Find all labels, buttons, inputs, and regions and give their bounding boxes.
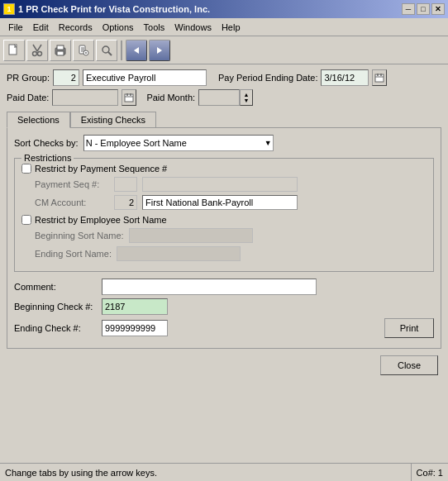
end-check-label: Ending Check #:	[14, 323, 97, 333]
status-message: Change tabs by using the arrow keys.	[5, 468, 157, 478]
begin-sort-row: Beginning Sort Name:	[35, 228, 427, 243]
begin-sort-label: Beginning Sort Name:	[35, 231, 124, 240]
paid-date-label: Paid Date:	[7, 93, 49, 102]
end-check-row: Ending Check #: Print	[14, 318, 434, 338]
end-check-field[interactable]	[102, 320, 168, 336]
sort-by-select[interactable]: N - Employee Sort Name A - Account C - C…	[83, 135, 274, 151]
paid-month-field[interactable]	[198, 89, 240, 106]
svg-line-3	[33, 45, 37, 51]
cm-account-name-field[interactable]	[142, 195, 298, 210]
paid-month-spinner[interactable]: ▲ ▼	[240, 89, 253, 106]
menu-options[interactable]: Options	[98, 21, 139, 34]
toolbar-find-btn[interactable]	[96, 40, 117, 61]
toolbar-separator	[121, 40, 122, 60]
svg-marker-18	[157, 47, 162, 54]
title-bar-controls: ─ □ ✕	[402, 3, 445, 15]
close-row: Close	[7, 355, 441, 375]
menu-records[interactable]: Records	[54, 21, 98, 34]
comment-row: Comment:	[14, 279, 434, 295]
paid-date-row: Paid Date: Paid Month: ▲ ▼	[7, 89, 441, 106]
begin-check-row: Beginning Check #:	[14, 298, 434, 315]
sort-by-row: Sort Checks by: N - Employee Sort Name A…	[14, 135, 434, 151]
tab-bar: Selections Existing Checks	[7, 111, 441, 127]
restrictions-group: Restrictions Restrict by Payment Sequenc…	[14, 158, 434, 272]
comment-label: Comment:	[14, 282, 97, 292]
end-sort-row: Ending Sort Name:	[35, 246, 427, 261]
toolbar-attach-btn[interactable]	[73, 40, 94, 61]
svg-line-4	[37, 45, 41, 51]
comment-field[interactable]	[102, 279, 317, 295]
status-co-num: Co#: 1	[411, 464, 443, 481]
sort-by-label: Sort Checks by:	[14, 138, 79, 148]
end-sort-label: Ending Sort Name:	[35, 249, 112, 259]
cm-account-row: CM Account:	[35, 195, 427, 210]
toolbar-forward-btn[interactable]	[149, 40, 170, 61]
paid-date-calendar-btn[interactable]	[122, 89, 136, 106]
svg-rect-6	[57, 45, 64, 50]
pay-period-label: Pay Period Ending Date:	[218, 73, 317, 83]
tab-selections-content: Sort Checks by: N - Employee Sort Name A…	[7, 127, 441, 349]
main-content: PR Group: Pay Period Ending Date: Paid D…	[0, 64, 448, 380]
title-bar-left: 1 1 PR Check Print for Vista Constructio…	[3, 3, 210, 15]
pay-period-calendar-btn[interactable]	[372, 69, 387, 86]
close-button[interactable]: Close	[380, 355, 438, 375]
payment-seq-label: Payment Seq #:	[35, 179, 109, 189]
pr-group-label: PR Group:	[7, 73, 50, 83]
begin-sort-field[interactable]	[129, 228, 253, 243]
status-bar: Change tabs by using the arrow keys. Co#…	[0, 463, 448, 481]
begin-check-field[interactable]	[102, 298, 168, 315]
menu-file[interactable]: File	[3, 21, 28, 34]
menu-edit[interactable]: Edit	[28, 21, 54, 34]
main-window: 1 1 PR Check Print for Vista Constructio…	[0, 0, 448, 481]
menu-tools[interactable]: Tools	[139, 21, 170, 34]
svg-point-15	[102, 46, 109, 53]
print-button[interactable]: Print	[384, 318, 434, 338]
restrictions-group-title: Restrictions	[21, 153, 74, 163]
begin-check-label: Beginning Check #:	[14, 302, 97, 312]
payment-seq-row: Payment Seq #:	[35, 177, 427, 192]
svg-point-2	[38, 51, 42, 55]
svg-rect-23	[125, 94, 133, 102]
menu-bar: File Edit Records Options Tools Windows …	[0, 18, 448, 36]
menu-windows[interactable]: Windows	[169, 21, 217, 34]
svg-point-1	[33, 51, 37, 55]
toolbar-print-btn[interactable]	[50, 40, 71, 61]
paid-month-label: Paid Month:	[146, 93, 195, 102]
pay-period-date-field[interactable]	[321, 69, 369, 86]
toolbar	[0, 36, 448, 64]
sort-select-wrapper: N - Employee Sort Name A - Account C - C…	[83, 135, 274, 151]
cm-account-num-field[interactable]	[114, 195, 137, 210]
pr-group-num-field[interactable]	[53, 69, 79, 86]
minimize-button[interactable]: ─	[402, 3, 415, 15]
toolbar-new-btn[interactable]	[3, 40, 25, 61]
maximize-button[interactable]: □	[417, 3, 430, 15]
toolbar-cut-btn[interactable]	[26, 40, 48, 61]
svg-line-16	[108, 52, 112, 55]
tab-container: Selections Existing Checks Sort Checks b…	[7, 111, 441, 349]
paid-date-field[interactable]	[52, 89, 118, 106]
tab-existing-checks[interactable]: Existing Checks	[70, 112, 156, 128]
svg-rect-7	[57, 51, 64, 55]
svg-rect-19	[375, 74, 384, 82]
restrict-payment-seq-row: Restrict by Payment Sequence #	[21, 164, 427, 174]
toolbar-back-btn[interactable]	[126, 40, 147, 61]
app-icon: 1	[3, 3, 15, 15]
svg-marker-17	[134, 47, 139, 54]
payment-seq-value-field[interactable]	[142, 177, 298, 192]
end-sort-field[interactable]	[117, 246, 241, 261]
pr-group-row: PR Group: Pay Period Ending Date:	[7, 69, 441, 86]
restrict-emp-sort-row: Restrict by Employee Sort Name	[21, 215, 427, 225]
restrict-emp-sort-checkbox[interactable]	[21, 215, 31, 225]
restrict-payment-seq-checkbox[interactable]	[21, 164, 31, 174]
tab-selections[interactable]: Selections	[7, 112, 70, 128]
menu-help[interactable]: Help	[217, 21, 245, 34]
pr-group-name-field[interactable]	[83, 69, 207, 86]
window-title: 1 PR Check Print for Vista Construction,…	[18, 4, 210, 14]
cm-account-label: CM Account:	[35, 198, 109, 207]
close-button[interactable]: ✕	[431, 3, 445, 15]
payment-seq-num	[114, 177, 137, 192]
restrict-payment-seq-label: Restrict by Payment Sequence #	[35, 164, 167, 174]
title-bar: 1 1 PR Check Print for Vista Constructio…	[0, 0, 448, 18]
restrict-emp-sort-label: Restrict by Employee Sort Name	[35, 215, 167, 225]
